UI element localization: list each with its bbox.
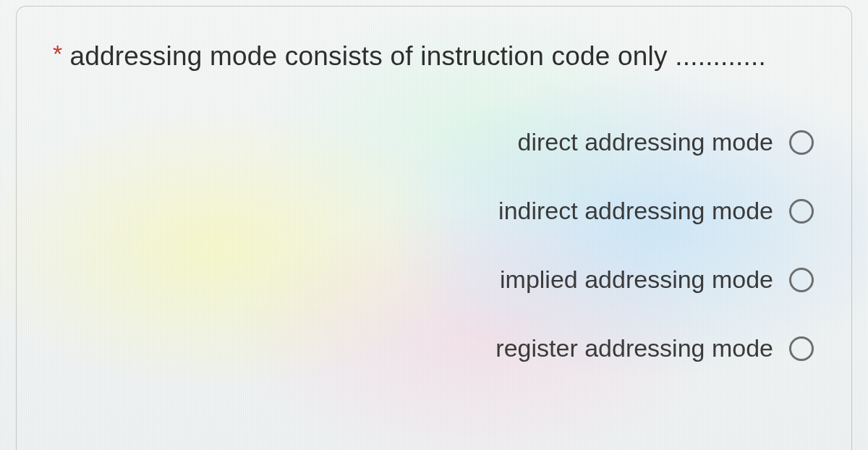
required-asterisk-icon: * [53, 41, 62, 66]
screen-background: * addressing mode consists of instructio… [0, 0, 868, 450]
question-text: addressing mode consists of instruction … [69, 41, 766, 72]
option-label: direct addressing mode [518, 128, 773, 156]
option-register-addressing-mode[interactable]: register addressing mode [495, 334, 814, 362]
radio-unchecked-icon[interactable] [789, 268, 814, 292]
radio-unchecked-icon[interactable] [789, 336, 814, 361]
option-label: implied addressing mode [500, 266, 773, 294]
question-line: * addressing mode consists of instructio… [53, 41, 815, 72]
option-indirect-addressing-mode[interactable]: indirect addressing mode [498, 197, 814, 225]
option-label: register addressing mode [495, 334, 773, 362]
option-direct-addressing-mode[interactable]: direct addressing mode [518, 128, 814, 156]
radio-unchecked-icon[interactable] [789, 130, 814, 155]
question-card: * addressing mode consists of instructio… [16, 6, 852, 450]
radio-unchecked-icon[interactable] [789, 199, 814, 224]
option-label: indirect addressing mode [498, 197, 773, 225]
options-group: direct addressing mode indirect addressi… [53, 128, 815, 362]
option-implied-addressing-mode[interactable]: implied addressing mode [500, 266, 814, 294]
